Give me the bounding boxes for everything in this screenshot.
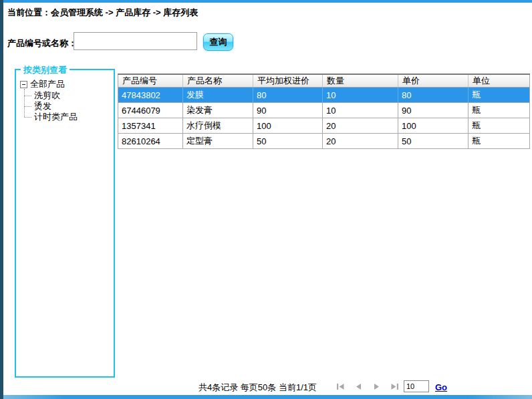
cell-product-code: 47843802 (118, 88, 183, 103)
table-row[interactable]: 82610264 定型膏 50 20 50 瓶 (118, 134, 530, 149)
table-row[interactable]: 67446079 染发膏 90 10 90 瓶 (118, 103, 530, 118)
cell-unit-price: 50 (398, 134, 469, 149)
record-summary: 共4条记录 每页50条 当前1/1页 (198, 382, 317, 394)
page-number-input[interactable] (404, 380, 429, 392)
search-input[interactable] (74, 32, 197, 50)
window-left-strip (0, 0, 3, 399)
column-header-product-name[interactable]: 产品名称 (183, 74, 253, 88)
cell-unit: 瓶 (469, 103, 530, 118)
cell-unit: 瓶 (469, 88, 530, 103)
window-bottom-strip (0, 395, 532, 399)
cell-avg-price: 100 (253, 118, 323, 134)
cell-unit-price: 100 (398, 118, 469, 134)
cell-product-code: 67446079 (118, 103, 183, 118)
next-page-icon[interactable] (372, 382, 381, 391)
inventory-table: 产品编号 产品名称 平均加权进价 数量 单价 单位 47843802 发膜 80… (118, 74, 530, 149)
column-header-avg-price[interactable]: 平均加权进价 (253, 74, 323, 88)
cell-product-code: 82610264 (118, 134, 183, 149)
search-label: 产品编号或名称： (7, 37, 77, 49)
query-button[interactable]: 查询 (203, 33, 233, 51)
cell-avg-price: 50 (253, 134, 323, 149)
tree-item-label: 烫发 (34, 101, 51, 111)
table-header-row: 产品编号 产品名称 平均加权进价 数量 单价 单位 (118, 74, 530, 88)
tree-node-timed-products[interactable]: 计时类产品 (24, 112, 111, 122)
first-page-icon[interactable] (336, 382, 345, 391)
cell-quantity: 10 (323, 88, 398, 103)
cell-product-name: 定型膏 (183, 134, 253, 149)
tree-node-perm[interactable]: 烫发 (24, 101, 111, 112)
cell-product-name: 水疗倒模 (183, 118, 253, 134)
go-link[interactable]: Go (435, 382, 447, 392)
cell-unit: 瓶 (469, 118, 530, 134)
tree-root-label: 全部产品 (30, 78, 65, 90)
category-panel-title: 按类别查看 (21, 64, 70, 76)
tree-item-label: 计时类产品 (34, 112, 78, 122)
window-top-strip (0, 0, 532, 3)
breadcrumb: 当前位置：会员管理系统 -> 产品库存 -> 库存列表 (7, 7, 198, 19)
prev-page-icon[interactable] (354, 382, 363, 391)
last-page-icon[interactable] (390, 382, 399, 391)
tree-collapse-icon[interactable] (20, 81, 27, 88)
tree-node-wash-cut-blow[interactable]: 洗剪吹 (24, 90, 111, 101)
column-header-unit[interactable]: 单位 (469, 74, 530, 88)
cell-avg-price: 90 (253, 103, 323, 118)
cell-avg-price: 80 (253, 88, 323, 103)
column-header-product-code[interactable]: 产品编号 (118, 74, 183, 88)
cell-quantity: 20 (323, 118, 398, 134)
category-tree: 全部产品 洗剪吹 烫发 计时类产品 (16, 70, 114, 122)
tree-node-all-products[interactable]: 全部产品 (20, 78, 111, 90)
cell-unit-price: 90 (398, 103, 469, 118)
column-header-quantity[interactable]: 数量 (323, 74, 398, 88)
tree-item-label: 洗剪吹 (34, 90, 60, 100)
cell-quantity: 20 (323, 134, 398, 149)
cell-product-name: 染发膏 (183, 103, 253, 118)
cell-quantity: 10 (323, 103, 398, 118)
cell-product-code: 1357341 (118, 118, 183, 134)
table-row[interactable]: 47843802 发膜 80 10 80 瓶 (118, 88, 530, 103)
column-header-unit-price[interactable]: 单价 (398, 74, 469, 88)
table-row[interactable]: 1357341 水疗倒模 100 20 100 瓶 (118, 118, 530, 134)
category-panel: 按类别查看 全部产品 洗剪吹 烫发 计时类产品 (15, 69, 115, 378)
pager-controls (336, 382, 399, 391)
cell-product-name: 发膜 (183, 88, 253, 103)
cell-unit: 瓶 (469, 134, 530, 149)
cell-unit-price: 80 (398, 88, 469, 103)
